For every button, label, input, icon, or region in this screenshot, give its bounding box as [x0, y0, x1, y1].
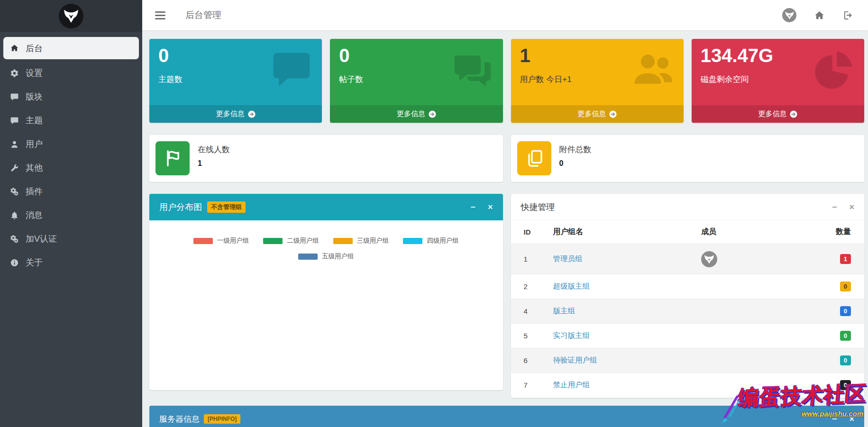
sidebar-item-label: 加V认证 — [26, 233, 57, 245]
info-box-attachments: 附件总数 0 — [511, 135, 865, 182]
legend-label: 四级用户组 — [427, 236, 459, 245]
comment-icon — [270, 47, 313, 91]
sidebar-item-users[interactable]: 用户 — [0, 132, 142, 156]
user-distribution-panel: 用户分布图 不含管理组 − × 一级用户组 二级用户组 — [149, 194, 503, 390]
count-badge: 0 — [840, 306, 851, 316]
group-link[interactable]: 禁止用户组 — [553, 381, 590, 389]
legend-item[interactable]: 五级用户组 — [298, 252, 354, 261]
info-box-value: 1 — [198, 159, 230, 168]
more-info-link[interactable]: 更多信息 — [330, 105, 503, 123]
stat-card-topics: 0 主题数 更多信息 — [149, 39, 322, 123]
copy-icon — [517, 141, 551, 175]
info-icon — [10, 258, 19, 267]
server-info-panel: 服务器信息 [PHPINFO] − × — [149, 406, 864, 427]
close-button[interactable]: × — [849, 203, 854, 211]
legend-swatch — [193, 238, 213, 244]
minimize-button[interactable]: − — [832, 415, 837, 423]
col-group: 用户组名 — [553, 227, 702, 237]
close-button[interactable]: × — [488, 203, 493, 211]
comment-icon — [10, 92, 19, 101]
sidebar-item-settings[interactable]: 设置 — [0, 61, 142, 85]
table-row: 2 超级版主组 0 — [511, 274, 865, 299]
more-info-link[interactable]: 更多信息 — [511, 105, 684, 123]
legend-item[interactable]: 三级用户组 — [333, 236, 389, 245]
more-info-label: 更多信息 — [216, 109, 245, 118]
avatar[interactable] — [782, 8, 796, 22]
legend-swatch — [403, 238, 422, 244]
legend-label: 五级用户组 — [322, 252, 354, 261]
sidebar-item-label: 主题 — [26, 115, 43, 126]
comment-icon — [10, 116, 19, 125]
sidebar-item-plugins[interactable]: 插件 — [0, 180, 142, 203]
brand-face-icon — [784, 9, 795, 21]
sidebar-item-label: 版块 — [26, 91, 43, 102]
sidebar-menu: 后台 设置 版块 主题 用户 其他 插件 消息 — [0, 32, 142, 274]
home-icon[interactable] — [814, 10, 825, 21]
users-icon — [631, 47, 675, 91]
topbar-actions — [782, 8, 868, 22]
legend-item[interactable]: 二级用户组 — [263, 236, 319, 245]
comments-icon — [451, 47, 494, 91]
sidebar-toggle-button[interactable] — [155, 11, 165, 19]
user-icon — [10, 140, 19, 149]
bell-icon — [10, 211, 19, 220]
legend-item[interactable]: 四级用户组 — [403, 236, 459, 245]
panel-header: 用户分布图 不含管理组 − × — [149, 194, 503, 220]
sidebar-item-verification[interactable]: 加V认证 — [0, 227, 142, 251]
stat-cards-row: 0 主题数 更多信息 0 帖子数 更多信息 1 用户数 今日+1 更多信息 — [149, 39, 864, 123]
more-info-label: 更多信息 — [758, 109, 786, 118]
table-row: 5 实习版主组 0 — [511, 324, 865, 348]
count-badge: 0 — [840, 282, 851, 291]
sidebar-item-topics[interactable]: 主题 — [0, 109, 142, 132]
more-info-link[interactable]: 更多信息 — [149, 105, 322, 123]
close-button[interactable]: × — [849, 415, 854, 423]
count-badge: 0 — [840, 380, 851, 390]
sidebar-item-label: 其他 — [26, 162, 43, 173]
row-id: 2 — [524, 282, 553, 291]
row-id: 1 — [524, 255, 553, 263]
table-row: 6 待验证用户组 0 — [511, 348, 865, 373]
stat-card-disk: 134.47G 磁盘剩余空间 更多信息 — [692, 39, 864, 123]
sidebar-item-forums[interactable]: 版块 — [0, 85, 142, 109]
cogs-icon — [10, 187, 19, 196]
group-link[interactable]: 超级版主组 — [553, 282, 590, 290]
count-badge: 1 — [840, 254, 851, 264]
sidebar-item-other[interactable]: 其他 — [0, 156, 142, 180]
more-info-label: 更多信息 — [397, 109, 425, 118]
minimize-button[interactable]: − — [470, 203, 475, 211]
sidebar-item-label: 插件 — [26, 186, 43, 197]
group-link[interactable]: 待验证用户组 — [553, 356, 597, 364]
table-row: 1 管理员组 1 — [511, 244, 865, 274]
info-boxes-row: 在线人数 1 附件总数 0 — [149, 135, 864, 182]
brand-logo[interactable] — [59, 4, 83, 28]
gear-icon — [10, 69, 19, 78]
chart-canvas: 一级用户组 二级用户组 三级用户组 四级用户组 — [149, 220, 503, 261]
arrow-circle-right-icon — [790, 110, 797, 118]
minimize-button[interactable]: − — [832, 203, 837, 211]
row-id: 7 — [524, 381, 553, 389]
phpinfo-badge[interactable]: [PHPINFO] — [204, 414, 240, 424]
sidebar-item-backend[interactable]: 后台 — [3, 37, 139, 59]
more-info-label: 更多信息 — [577, 109, 606, 118]
group-link[interactable]: 版主组 — [553, 307, 576, 315]
sidebar-item-about[interactable]: 关于 — [0, 251, 142, 274]
legend-label: 二级用户组 — [287, 236, 319, 245]
group-link[interactable]: 实习版主组 — [553, 331, 590, 339]
main-content: 0 主题数 更多信息 0 帖子数 更多信息 1 用户数 今日+1 更多信息 — [142, 30, 868, 427]
col-count: 数量 — [806, 227, 864, 237]
stat-card-posts: 0 帖子数 更多信息 — [330, 39, 503, 123]
more-info-link[interactable]: 更多信息 — [692, 105, 864, 123]
member-avatar[interactable] — [701, 251, 717, 267]
sign-out-icon[interactable] — [842, 10, 853, 21]
sidebar-item-messages[interactable]: 消息 — [0, 203, 142, 227]
table-row: 7 禁止用户组 0 — [511, 373, 865, 398]
table-row: 4 版主组 0 — [511, 299, 865, 324]
row-id: 6 — [524, 356, 553, 364]
legend-item[interactable]: 一级用户组 — [193, 236, 249, 245]
info-box-value: 0 — [559, 159, 592, 168]
group-link[interactable]: 管理员组 — [553, 254, 583, 263]
sidebar-item-label: 后台 — [26, 43, 43, 54]
row-id: 5 — [524, 332, 553, 340]
sidebar-item-label: 设置 — [26, 67, 43, 79]
legend-swatch — [298, 254, 318, 260]
